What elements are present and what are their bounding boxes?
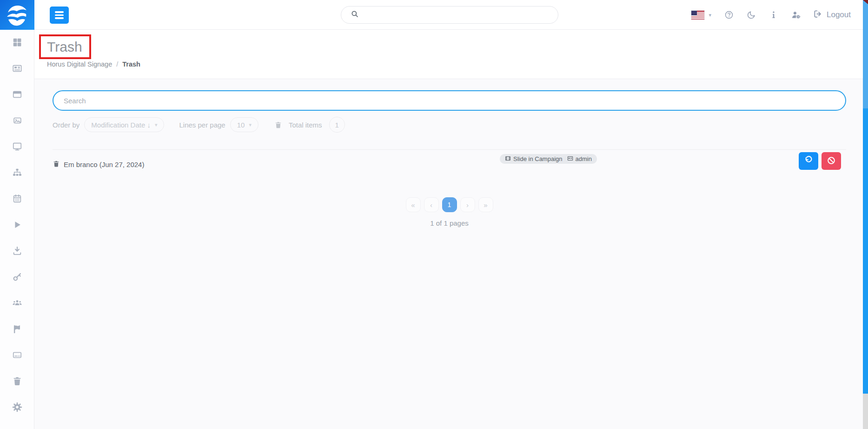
order-by-select[interactable]: Modification Date ↓ ▾ xyxy=(84,117,164,132)
sidebar-item-downloads[interactable] xyxy=(12,246,23,257)
sidebar-item-users[interactable] xyxy=(12,298,23,309)
annotation-red-box: Trash xyxy=(39,34,91,59)
logout-button[interactable]: Logout xyxy=(813,9,851,21)
main-content: Order by Modification Date ↓ ▾ Lines per… xyxy=(34,79,863,429)
app-logo[interactable] xyxy=(0,0,34,30)
list-item: Em branco (Jun 27, 2024) Slide in Campai… xyxy=(53,150,846,179)
menu-toggle-button[interactable] xyxy=(50,7,69,24)
sidebar-item-schedule[interactable] xyxy=(12,194,23,205)
prev-page-button[interactable]: ‹ xyxy=(424,197,439,212)
images-icon xyxy=(12,115,22,127)
sidebar-item-settings[interactable] xyxy=(12,402,23,414)
page-1-button[interactable]: 1 xyxy=(442,197,457,212)
sidebar-item-campaigns[interactable] xyxy=(12,324,23,335)
trash-search-input[interactable] xyxy=(53,90,846,111)
sidebar-item-trash[interactable] xyxy=(12,376,23,388)
lines-per-page-value: 10 xyxy=(237,121,245,129)
trash-icon xyxy=(53,160,60,169)
sidebar-item-playlists[interactable] xyxy=(12,220,23,231)
badge-label: admin xyxy=(576,155,592,162)
breadcrumb: Horus Digital Signage / Trash xyxy=(47,60,140,68)
corner-marker xyxy=(863,0,868,4)
logout-label: Logout xyxy=(827,10,851,20)
pagination: « ‹ 1 › » xyxy=(53,197,846,212)
search-icon xyxy=(351,10,359,20)
calendar-icon xyxy=(12,194,22,206)
item-title-group: Em branco (Jun 27, 2024) xyxy=(53,160,144,169)
total-items-label: Total items xyxy=(289,121,322,129)
user-gear-icon[interactable] xyxy=(791,10,801,20)
trash-icon xyxy=(12,376,22,388)
display-icon xyxy=(12,141,22,154)
trash-icon xyxy=(274,121,282,129)
sidebar-item-media[interactable] xyxy=(12,116,23,127)
topbar: ▾ Logout xyxy=(34,0,868,30)
sidebar-item-devices[interactable] xyxy=(12,350,23,362)
info-icon[interactable] xyxy=(769,10,778,20)
breadcrumb-root[interactable]: Horus Digital Signage xyxy=(47,60,112,68)
sidebar-item-displays[interactable] xyxy=(12,142,23,153)
moon-icon[interactable] xyxy=(746,10,756,20)
lines-per-page-label: Lines per page xyxy=(179,121,225,129)
sidebar-item-news[interactable] xyxy=(12,64,23,75)
filter-toolbar: Order by Modification Date ↓ ▾ Lines per… xyxy=(53,116,846,133)
window-icon xyxy=(12,89,22,101)
newspaper-icon xyxy=(12,63,22,75)
users-icon xyxy=(12,298,22,310)
key-icon xyxy=(12,272,22,284)
badge-owner: admin xyxy=(567,155,592,163)
scrollbar-thumb[interactable] xyxy=(863,0,868,108)
global-search[interactable] xyxy=(341,6,558,24)
flag-icon xyxy=(12,324,22,336)
grid-icon xyxy=(12,37,22,49)
sitemap-icon xyxy=(12,168,22,180)
gear-icon xyxy=(12,402,22,414)
pagination-summary: 1 of 1 pages xyxy=(53,219,846,227)
sidebar xyxy=(0,0,34,429)
delete-forever-button[interactable] xyxy=(822,152,841,170)
item-actions xyxy=(799,152,841,170)
sidebar-nav xyxy=(0,30,34,414)
lines-per-page-select[interactable]: 10 ▾ xyxy=(230,117,258,132)
order-by-value: Modification Date ↓ xyxy=(91,121,151,129)
us-flag-icon xyxy=(691,11,704,20)
breadcrumb-separator: / xyxy=(116,60,118,68)
total-items-badge: 1 xyxy=(329,117,345,133)
keyboard-icon xyxy=(12,350,22,362)
badge-label: Slide in Campaign xyxy=(513,155,563,162)
first-page-button[interactable]: « xyxy=(406,197,421,212)
topbar-actions: ▾ Logout xyxy=(691,0,851,30)
sidebar-item-licenses[interactable] xyxy=(12,272,23,283)
page-header: Trash Horus Digital Signage / Trash xyxy=(34,30,868,79)
trash-list: Em branco (Jun 27, 2024) Slide in Campai… xyxy=(53,149,846,179)
film-icon xyxy=(505,155,511,163)
chevron-down-icon: ▾ xyxy=(709,12,711,18)
id-card-icon xyxy=(567,155,573,163)
play-icon xyxy=(12,220,22,232)
ban-icon xyxy=(827,156,836,167)
sidebar-item-panels[interactable] xyxy=(12,90,23,101)
last-page-button[interactable]: » xyxy=(478,197,493,212)
breadcrumb-current: Trash xyxy=(122,60,140,68)
sidebar-item-dashboard[interactable] xyxy=(12,38,23,49)
page-title: Trash xyxy=(47,39,82,55)
badge-slide-in-campaign: Slide in Campaign xyxy=(505,155,563,163)
chevron-down-icon: ▾ xyxy=(155,122,158,128)
sidebar-item-groups[interactable] xyxy=(12,168,23,179)
help-icon[interactable] xyxy=(724,10,734,20)
restore-button[interactable] xyxy=(799,152,818,170)
next-page-button[interactable]: › xyxy=(460,197,475,212)
scrollbar-bottom-spacer xyxy=(863,394,868,429)
item-title: Em branco (Jun 27, 2024) xyxy=(64,161,144,168)
language-selector[interactable]: ▾ xyxy=(691,11,711,20)
download-icon xyxy=(12,246,22,258)
undo-icon xyxy=(804,156,813,167)
global-search-input[interactable] xyxy=(364,11,558,19)
logout-icon xyxy=(813,9,822,21)
order-by-label: Order by xyxy=(53,121,80,129)
chevron-down-icon: ▾ xyxy=(249,122,252,128)
item-badges: Slide in Campaign admin xyxy=(500,154,597,164)
